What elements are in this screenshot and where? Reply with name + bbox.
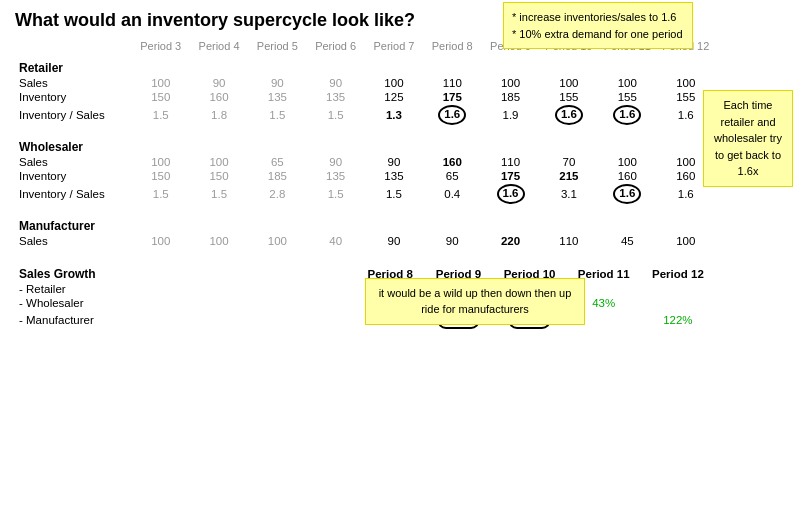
wholesaler-sales-p7: 90 <box>365 155 423 169</box>
retailer-inv-p7: 125 <box>365 90 423 104</box>
wholesaler-invsales-row: Inventory / Sales 1.5 1.5 2.8 1.5 1.5 0.… <box>15 183 715 205</box>
wholesaler-is-p4: 1.5 <box>190 183 248 205</box>
wholesaler-is-p11: 1.6 <box>598 183 656 205</box>
manufacturer-sales-row: Sales 100 100 100 40 90 90 220 110 45 10… <box>15 234 715 248</box>
retailer-inventory-label: Inventory <box>15 90 132 104</box>
wholesaler-sales-p4: 100 <box>190 155 248 169</box>
wholesaler-inv-p11: 160 <box>598 169 656 183</box>
period-5-header: Period 5 <box>248 39 306 53</box>
manufacturer-sales-p11: 45 <box>598 234 656 248</box>
retailer-sales-p11: 100 <box>598 76 656 90</box>
wholesaler-inv-p5: 185 <box>248 169 306 183</box>
wholesaler-is-p8: 0.4 <box>423 183 481 205</box>
retailer-inventory-row: Inventory 150 160 135 135 125 175 185 15… <box>15 90 715 104</box>
retailer-sales-p8: 110 <box>423 76 481 90</box>
wholesaler-sales-p5: 65 <box>248 155 306 169</box>
retailer-is-p9: 1.9 <box>481 104 539 126</box>
retailer-sales-row: Sales 100 90 90 90 100 110 100 100 100 1… <box>15 76 715 90</box>
retailer-inv-p8: 175 <box>423 90 481 104</box>
wholesaler-inventory-row: Inventory 150 150 185 135 135 65 175 215… <box>15 169 715 183</box>
retailer-sales-p7: 100 <box>365 76 423 90</box>
wholesaler-sales-label: Sales <box>15 155 132 169</box>
retailer-is-p10-circled: 1.6 <box>555 105 583 125</box>
retailer-inv-p11: 155 <box>598 90 656 104</box>
retailer-is-p10: 1.6 <box>540 104 598 126</box>
wholesaler-is-p9-circled: 1.6 <box>497 184 525 204</box>
retailer-inv-p9: 185 <box>481 90 539 104</box>
sticky-note-top: * increase inventories/sales to 1.6 * 10… <box>503 2 693 49</box>
retailer-sales-label: Sales <box>15 76 132 90</box>
growth-wholesaler-label: - Wholesaler <box>15 296 151 310</box>
manufacturer-label: Manufacturer <box>15 211 715 234</box>
retailer-is-p11: 1.6 <box>598 104 656 126</box>
manufacturer-header-row: Manufacturer <box>15 211 715 234</box>
wholesaler-is-p9: 1.6 <box>481 183 539 205</box>
retailer-is-p3: 1.5 <box>132 104 190 126</box>
wholesaler-inventory-label: Inventory <box>15 169 132 183</box>
manufacturer-sales-p3: 100 <box>132 234 190 248</box>
wholesaler-inv-p3: 150 <box>132 169 190 183</box>
wholesaler-is-p3: 1.5 <box>132 183 190 205</box>
growth-manufacturer-p12: 122% <box>641 310 715 330</box>
retailer-inv-p6: 135 <box>307 90 365 104</box>
wholesaler-label: Wholesaler <box>15 132 715 155</box>
retailer-sales-p10: 100 <box>540 76 598 90</box>
retailer-is-p4: 1.8 <box>190 104 248 126</box>
period-3-header: Period 3 <box>132 39 190 53</box>
retailer-inv-p10: 155 <box>540 90 598 104</box>
manufacturer-sales-p7: 90 <box>365 234 423 248</box>
wholesaler-inv-p10: 215 <box>540 169 598 183</box>
wholesaler-sales-p10: 70 <box>540 155 598 169</box>
wholesaler-invsales-label: Inventory / Sales <box>15 183 132 205</box>
wholesaler-inv-p8: 65 <box>423 169 481 183</box>
retailer-invsales-row: Inventory / Sales 1.5 1.8 1.5 1.5 1.3 1.… <box>15 104 715 126</box>
manufacturer-sales-p6: 40 <box>307 234 365 248</box>
manufacturer-sales-p12: 100 <box>657 234 716 248</box>
growth-section-label: Sales Growth <box>15 266 151 282</box>
wholesaler-inv-p7: 135 <box>365 169 423 183</box>
wholesaler-inv-p9: 175 <box>481 169 539 183</box>
retailer-header-row: Retailer <box>15 53 715 76</box>
wholesaler-sales-p9: 110 <box>481 155 539 169</box>
period-8-header: Period 8 <box>423 39 481 53</box>
retailer-is-p5: 1.5 <box>248 104 306 126</box>
growth-retailer-p12 <box>641 282 715 296</box>
period-6-header: Period 6 <box>307 39 365 53</box>
wholesaler-sales-row: Sales 100 100 65 90 90 160 110 70 100 10… <box>15 155 715 169</box>
retailer-inv-p4: 160 <box>190 90 248 104</box>
retailer-inv-p3: 150 <box>132 90 190 104</box>
manufacturer-sales-p8: 90 <box>423 234 481 248</box>
period-7-header: Period 7 <box>365 39 423 53</box>
wholesaler-inv-p4: 150 <box>190 169 248 183</box>
growth-p12-header: Period 12 <box>641 266 715 282</box>
wholesaler-sales-p11: 100 <box>598 155 656 169</box>
wholesaler-is-p10: 3.1 <box>540 183 598 205</box>
growth-retailer-label: - Retailer <box>15 282 151 296</box>
wholesaler-is-p6: 1.5 <box>307 183 365 205</box>
growth-wholesaler-p12 <box>641 296 715 310</box>
growth-manufacturer-label: - Manufacturer <box>15 310 151 330</box>
wholesaler-sales-p6: 90 <box>307 155 365 169</box>
retailer-label: Retailer <box>15 53 715 76</box>
retailer-inv-p5: 135 <box>248 90 306 104</box>
retailer-sales-p6: 90 <box>307 76 365 90</box>
manufacturer-sales-p5: 100 <box>248 234 306 248</box>
wholesaler-is-p11-circled: 1.6 <box>613 184 641 204</box>
retailer-is-p7: 1.3 <box>365 104 423 126</box>
retailer-sales-p9: 100 <box>481 76 539 90</box>
retailer-sales-p12: 100 <box>657 76 716 90</box>
main-table: Period 3 Period 4 Period 5 Period 6 Peri… <box>15 39 715 248</box>
wholesaler-sales-p8: 160 <box>423 155 481 169</box>
wholesaler-is-p5: 2.8 <box>248 183 306 205</box>
retailer-sales-p4: 90 <box>190 76 248 90</box>
sticky-note-right: Each time retailer and wholesaler try to… <box>703 90 793 187</box>
retailer-is-p8-circled: 1.6 <box>438 105 466 125</box>
retailer-is-p8: 1.6 <box>423 104 481 126</box>
retailer-is-p11-circled: 1.6 <box>613 105 641 125</box>
wholesaler-inv-p6: 135 <box>307 169 365 183</box>
retailer-sales-p3: 100 <box>132 76 190 90</box>
wholesaler-header-row: Wholesaler <box>15 132 715 155</box>
retailer-invsales-label: Inventory / Sales <box>15 104 132 126</box>
manufacturer-sales-p9: 220 <box>481 234 539 248</box>
wholesaler-sales-p3: 100 <box>132 155 190 169</box>
